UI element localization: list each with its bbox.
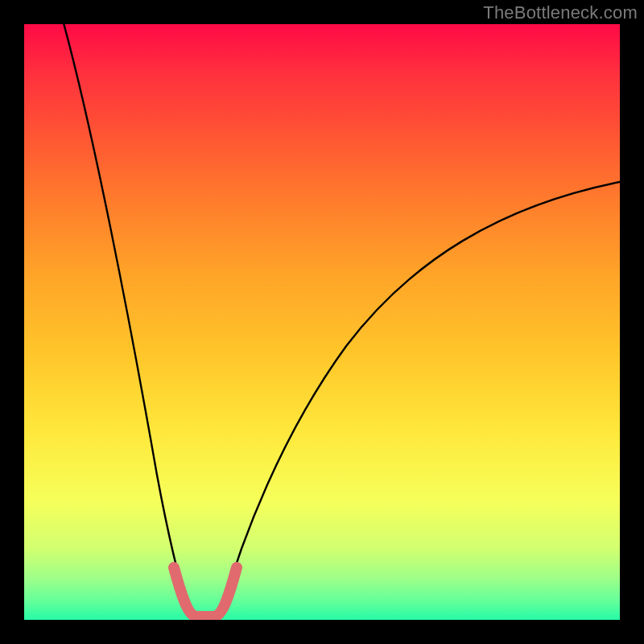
curve-valley-highlight (174, 568, 237, 617)
chart-frame: TheBottleneck.com (0, 0, 644, 644)
plot-area (24, 24, 620, 620)
watermark-text: TheBottleneck.com (483, 2, 638, 23)
curve-layer (24, 24, 620, 620)
curve-right-branch (221, 181, 620, 612)
curve-left-branch (63, 24, 189, 612)
